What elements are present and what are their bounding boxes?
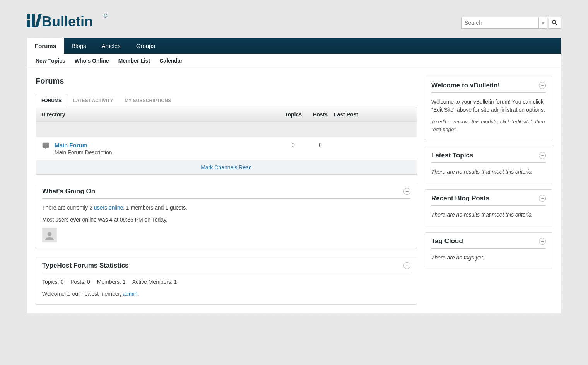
users-online-link[interactable]: users online bbox=[94, 205, 123, 211]
panel-title: Tag Cloud bbox=[431, 237, 463, 245]
svg-rect-2 bbox=[32, 14, 35, 27]
content-tab-latest-activity[interactable]: LATEST ACTIVITY bbox=[67, 94, 119, 107]
svg-text:®: ® bbox=[104, 14, 107, 19]
tab-forums[interactable]: Forums bbox=[27, 38, 64, 54]
tab-blogs[interactable]: Blogs bbox=[64, 38, 94, 54]
subnav-new-topics[interactable]: New Topics bbox=[27, 54, 70, 68]
th-posts: Posts bbox=[307, 111, 334, 118]
main-nav: Forums Blogs Articles Groups bbox=[27, 38, 561, 54]
tab-groups[interactable]: Groups bbox=[128, 38, 163, 54]
table-row: Main Forum Main Forum Description 0 0 bbox=[36, 137, 417, 160]
collapse-button[interactable] bbox=[403, 262, 410, 269]
forum-desc: Main Forum Description bbox=[55, 149, 280, 155]
category-band bbox=[36, 122, 417, 137]
tab-articles[interactable]: Articles bbox=[94, 38, 128, 54]
panel-title: Welcome to vBulletin! bbox=[431, 82, 500, 89]
welcome-panel: Welcome to vBulletin! Welcome to your vB… bbox=[425, 77, 552, 140]
collapse-button[interactable] bbox=[539, 195, 546, 202]
newest-member-line: Welcome to our newest member, admin. bbox=[42, 290, 410, 298]
th-lastpost: Last Post bbox=[334, 111, 411, 118]
online-summary: There are currently 2 users online. 1 me… bbox=[42, 204, 410, 212]
stats-line: Topics: 0 Posts: 0 Members: 1 Active Mem… bbox=[42, 278, 410, 286]
empty-message: There are no tags yet. bbox=[431, 254, 546, 262]
empty-message: There are no results that meet this crit… bbox=[431, 168, 546, 176]
search-dropdown[interactable] bbox=[538, 17, 547, 29]
collapse-button[interactable] bbox=[403, 188, 410, 195]
content-tab-forums[interactable]: FORUMS bbox=[36, 94, 67, 107]
subnav-calendar[interactable]: Calendar bbox=[155, 54, 187, 68]
mark-read-row: Mark Channels Read bbox=[36, 160, 417, 175]
whats-going-on-panel: What's Going On There are currently 2 us… bbox=[36, 182, 417, 249]
svg-rect-0 bbox=[27, 14, 30, 19]
latest-topics-panel: Latest Topics There are no results that … bbox=[425, 147, 552, 183]
mark-channels-read-link[interactable]: Mark Channels Read bbox=[201, 164, 252, 171]
content-tab-subscriptions[interactable]: MY SUBSCRIPTIONS bbox=[119, 94, 177, 107]
vbulletin-logo[interactable]: Bulletin ® bbox=[27, 8, 108, 30]
panel-title: Latest Topics bbox=[431, 152, 473, 159]
empty-message: There are no results that meet this crit… bbox=[431, 211, 546, 219]
most-users-text: Most users ever online was 4 at 09:35 PM… bbox=[42, 216, 410, 224]
subnav-whos-online[interactable]: Who's Online bbox=[70, 54, 114, 68]
subnav-member-list[interactable]: Member List bbox=[114, 54, 155, 68]
recent-blogs-panel: Recent Blog Posts There are no results t… bbox=[425, 189, 552, 226]
avatar[interactable] bbox=[42, 228, 57, 242]
welcome-note: To edit or remove this module, click "ed… bbox=[431, 118, 546, 133]
forum-posts-count: 0 bbox=[307, 142, 334, 148]
th-topics: Topics bbox=[280, 111, 307, 118]
panel-title: Recent Blog Posts bbox=[431, 194, 489, 202]
collapse-button[interactable] bbox=[539, 152, 546, 159]
forum-title[interactable]: Main Forum bbox=[55, 142, 280, 148]
collapse-button[interactable] bbox=[539, 238, 546, 245]
content-tabs: FORUMS LATEST ACTIVITY MY SUBSCRIPTIONS bbox=[36, 94, 417, 107]
page-title: Forums bbox=[36, 77, 417, 85]
forum-topics-count: 0 bbox=[280, 142, 307, 148]
th-directory: Directory bbox=[41, 111, 280, 118]
statistics-panel: TypeHost Forums Statistics Topics: 0 Pos… bbox=[36, 257, 417, 305]
search-input[interactable] bbox=[461, 17, 538, 29]
speech-bubble-icon bbox=[41, 142, 51, 150]
svg-rect-1 bbox=[27, 20, 30, 27]
newest-member-link[interactable]: admin bbox=[123, 291, 137, 297]
panel-title: TypeHost Forums Statistics bbox=[42, 262, 129, 269]
tag-cloud-panel: Tag Cloud There are no tags yet. bbox=[425, 232, 552, 269]
sub-nav: New Topics Who's Online Member List Cale… bbox=[27, 54, 561, 68]
collapse-button[interactable] bbox=[539, 82, 546, 89]
welcome-text: Welcome to your vBulletin forum! You can… bbox=[431, 98, 546, 114]
svg-text:Bulletin: Bulletin bbox=[42, 14, 93, 29]
panel-title: What's Going On bbox=[42, 188, 95, 195]
search-button[interactable] bbox=[549, 17, 561, 29]
table-header: Directory Topics Posts Last Post bbox=[36, 107, 417, 122]
